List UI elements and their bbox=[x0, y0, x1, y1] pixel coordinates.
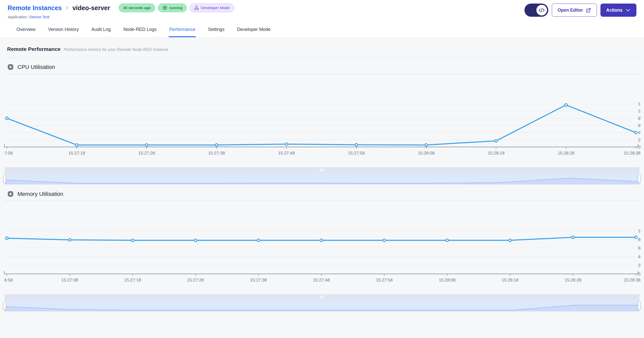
memory-brush-handle-left[interactable] bbox=[3, 301, 6, 310]
page-header: Remote Instances video-server 30 seconds… bbox=[0, 0, 644, 37]
application-link[interactable]: Device Test bbox=[29, 15, 49, 19]
cpu-brush-grip[interactable] bbox=[5, 167, 639, 173]
svg-text:0mb: 0mb bbox=[638, 272, 641, 276]
svg-text:15:28:28: 15:28:28 bbox=[565, 278, 581, 283]
svg-text:20mb: 20mb bbox=[638, 263, 641, 268]
svg-text:15:27:18: 15:27:18 bbox=[124, 278, 141, 283]
data-point bbox=[446, 239, 448, 241]
tab-node-red-logs[interactable]: Node-RED Logs bbox=[123, 25, 157, 37]
tab-bar: OverviewVersion HistoryAudit LogNode-RED… bbox=[8, 25, 636, 37]
open-editor-button[interactable]: Open Editor bbox=[552, 4, 597, 17]
data-point bbox=[6, 237, 8, 239]
svg-text:4%: 4% bbox=[638, 130, 641, 135]
developer-mode-toggle[interactable] bbox=[524, 4, 548, 17]
brush-mini-chart bbox=[5, 300, 639, 311]
svg-text:6:58: 6:58 bbox=[4, 278, 13, 283]
developer-mode-label: Developer Mode bbox=[201, 6, 230, 10]
line-chart-canvas: 0%2%4%6%8%10%12%7:0815:27:1815:27:2815:2… bbox=[3, 74, 641, 160]
data-point bbox=[383, 239, 385, 241]
tab-audit-log[interactable]: Audit Log bbox=[91, 25, 111, 37]
data-point bbox=[565, 104, 567, 106]
cpu-brush-handle-right[interactable] bbox=[638, 174, 641, 183]
play-circle-icon bbox=[162, 5, 167, 10]
data-point bbox=[635, 236, 637, 239]
svg-text:15:28:28: 15:28:28 bbox=[558, 151, 574, 156]
svg-text:2%: 2% bbox=[638, 138, 641, 142]
breadcrumb: Remote Instances video-server 30 seconds… bbox=[8, 4, 234, 12]
svg-text:15:28:08: 15:28:08 bbox=[439, 278, 456, 283]
open-editor-label: Open Editor bbox=[558, 8, 583, 13]
line-chart-canvas: 0mb20mb40mb60mb80mb100mb6:5815:27:0815:2… bbox=[3, 201, 641, 287]
page-title: Remote Performance bbox=[7, 46, 61, 52]
svg-text:60mb: 60mb bbox=[638, 246, 641, 251]
tab-settings[interactable]: Settings bbox=[207, 25, 225, 37]
svg-text:6%: 6% bbox=[638, 123, 641, 128]
memory-brush-area[interactable] bbox=[5, 300, 639, 311]
data-point bbox=[257, 239, 260, 241]
tab-performance[interactable]: Performance bbox=[169, 25, 196, 37]
cpu-chip-icon bbox=[7, 64, 14, 70]
svg-text:15:28:18: 15:28:18 bbox=[488, 151, 504, 156]
svg-text:15:28:18: 15:28:18 bbox=[502, 278, 518, 283]
tab-version-history[interactable]: Version History bbox=[48, 25, 79, 37]
svg-text:15:27:38: 15:27:38 bbox=[250, 278, 267, 283]
data-point bbox=[425, 144, 427, 146]
data-point bbox=[194, 239, 197, 241]
svg-text:12%: 12% bbox=[638, 102, 641, 106]
breadcrumb-parent-link[interactable]: Remote Instances bbox=[8, 4, 62, 12]
svg-text:10%: 10% bbox=[638, 109, 641, 114]
memory-section-title: Memory Utilisation bbox=[7, 191, 637, 197]
developer-mode-badge: Developer Mode bbox=[190, 4, 234, 12]
tab-overview[interactable]: Overview bbox=[16, 25, 36, 37]
last-seen-label: 30 seconds ago bbox=[123, 6, 151, 10]
data-point bbox=[68, 239, 71, 241]
cpu-chart-brush[interactable] bbox=[5, 167, 639, 184]
svg-text:15:27:18: 15:27:18 bbox=[68, 151, 85, 156]
memory-chart: 0mb20mb40mb60mb80mb100mb6:5815:27:0815:2… bbox=[3, 201, 641, 287]
svg-text:15:28:38: 15:28:38 bbox=[624, 151, 640, 156]
svg-text:15:27:48: 15:27:48 bbox=[313, 278, 330, 283]
svg-text:15:28:38: 15:28:38 bbox=[624, 278, 640, 283]
svg-text:15:28:08: 15:28:08 bbox=[418, 151, 435, 156]
svg-text:100mb: 100mb bbox=[638, 229, 641, 233]
svg-text:15:27:58: 15:27:58 bbox=[376, 278, 393, 283]
svg-text:7:08: 7:08 bbox=[4, 151, 13, 156]
last-seen-badge: 30 seconds ago bbox=[119, 4, 155, 12]
actions-button[interactable]: Actions bbox=[600, 4, 636, 17]
cpu-section-title: CPU Utilisation bbox=[7, 64, 637, 70]
cpu-section-label: CPU Utilisation bbox=[17, 64, 55, 70]
data-point bbox=[635, 131, 637, 134]
svg-text:0%: 0% bbox=[638, 145, 641, 149]
svg-text:15:27:28: 15:27:28 bbox=[187, 278, 204, 283]
memory-section-label: Memory Utilisation bbox=[17, 191, 63, 197]
actions-label: Actions bbox=[606, 8, 622, 13]
code-icon bbox=[539, 7, 545, 13]
chevron-right-icon bbox=[65, 6, 69, 10]
external-link-icon bbox=[586, 8, 591, 13]
data-point bbox=[495, 140, 497, 142]
beaker-icon bbox=[194, 5, 199, 10]
cpu-brush-area[interactable] bbox=[5, 173, 639, 184]
performance-panel: Remote Performance Performance metrics f… bbox=[0, 37, 644, 311]
data-point bbox=[131, 239, 134, 241]
instance-name: video-server bbox=[72, 4, 110, 12]
status-label: running bbox=[169, 6, 182, 10]
tab-developer-mode[interactable]: Developer Mode bbox=[237, 25, 271, 37]
status-badge: running bbox=[158, 4, 187, 12]
svg-text:80mb: 80mb bbox=[638, 237, 641, 242]
memory-brush-grip[interactable] bbox=[5, 294, 639, 300]
svg-text:8%: 8% bbox=[638, 116, 641, 121]
data-point bbox=[215, 144, 218, 146]
svg-text:15:27:08: 15:27:08 bbox=[61, 278, 78, 283]
data-point bbox=[6, 117, 8, 120]
application-row: Application: Device Test bbox=[8, 15, 234, 19]
svg-text:40mb: 40mb bbox=[638, 254, 641, 259]
memory-chart-brush[interactable] bbox=[5, 294, 639, 311]
memory-brush-handle-right[interactable] bbox=[638, 301, 641, 310]
cpu-brush-handle-left[interactable] bbox=[3, 174, 6, 183]
data-point bbox=[509, 239, 511, 241]
cpu-chip-icon bbox=[7, 191, 14, 197]
svg-text:15:27:48: 15:27:48 bbox=[278, 151, 295, 156]
data-point bbox=[75, 144, 78, 146]
cpu-chart: 0%2%4%6%8%10%12%7:0815:27:1815:27:2815:2… bbox=[3, 74, 641, 160]
